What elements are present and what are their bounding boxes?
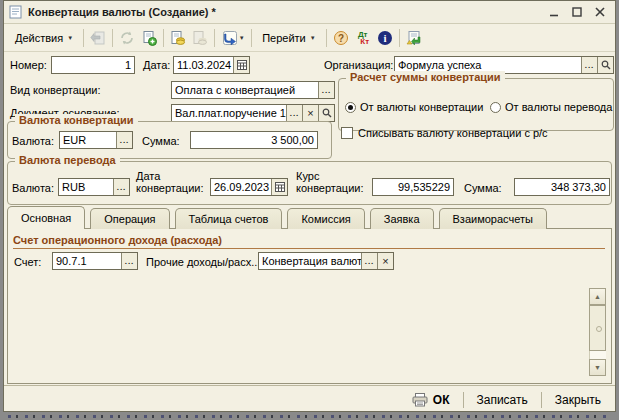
close-button[interactable] <box>593 5 607 18</box>
help-button[interactable]: ? <box>330 27 352 48</box>
magnifier-icon <box>322 108 332 118</box>
other-income-field[interactable]: Конвертация валюты ... × <box>258 252 394 270</box>
conversion-amount-field[interactable]: 3 500,00 <box>190 131 318 149</box>
post-document-icon <box>170 30 186 46</box>
help-icon: ? <box>333 30 349 46</box>
checkbox-unchecked-icon <box>341 127 353 139</box>
go-button[interactable]: Перейти ▼ <box>255 27 323 48</box>
tab-main[interactable]: Основная <box>7 206 85 229</box>
unpost-document-button[interactable] <box>189 27 211 48</box>
tab-accounts-table[interactable]: Таблица счетов <box>175 208 283 229</box>
post-document-button[interactable] <box>167 27 189 48</box>
transfer-currency-label: Валюта: <box>12 182 54 194</box>
transfer-amount-value: 348 373,30 <box>515 179 609 195</box>
close-window-button[interactable]: Закрыть <box>551 391 605 409</box>
scroll-up-icon: ▲ <box>594 293 601 300</box>
caret-down-icon: ▼ <box>310 35 316 41</box>
base-document-select-button[interactable]: ... <box>286 105 302 121</box>
desktop-background: Конвертация валюты (Создание) * Действия… <box>0 0 619 420</box>
conversion-rate-value: 99,535229 <box>373 179 453 195</box>
info-icon: i <box>377 30 393 46</box>
print-ok-button[interactable]: ОК <box>408 391 454 409</box>
tab-settlements[interactable]: Взаиморасчеты <box>439 208 547 229</box>
close-button-label: Закрыть <box>555 393 601 407</box>
toolbar: Действия ▼ <box>4 24 615 52</box>
save-button[interactable]: Записать <box>473 391 532 409</box>
reread-icon <box>90 30 106 46</box>
conversion-currency-field[interactable]: EUR ... <box>59 131 133 149</box>
radio-from-conversion-currency[interactable]: От валюты конвертации <box>345 101 483 113</box>
date-label: Дата: <box>143 59 170 71</box>
toolbar-separator <box>112 29 113 47</box>
writeoff-checkbox[interactable]: Списывать валюту конвертации с р/с <box>341 127 548 139</box>
minimize-button[interactable] <box>547 5 561 18</box>
conversion-kind-field[interactable]: Оплата с конвертацией ... <box>171 81 335 99</box>
transfer-amount-field[interactable]: 348 373,30 <box>514 178 610 196</box>
caret-down-icon: ▼ <box>67 35 73 41</box>
conversion-kind-select-button[interactable]: ... <box>318 82 334 98</box>
other-income-select-button[interactable]: ... <box>361 253 377 269</box>
organization-select-button[interactable]: ... <box>581 57 597 73</box>
base-document-clear-button[interactable]: × <box>302 105 318 121</box>
footer-button-bar: ОК Записать Закрыть <box>4 385 615 413</box>
background-window-edge <box>8 415 608 418</box>
scroll-down-button[interactable]: ▼ <box>589 359 606 376</box>
related-info-icon <box>405 30 422 46</box>
conversion-currency-value: EUR <box>60 132 116 148</box>
actions-button[interactable]: Действия ▼ <box>8 27 80 48</box>
transfer-currency-field[interactable]: RUB ... <box>58 178 130 196</box>
dtkt-button[interactable]: Дт Кт <box>352 27 374 48</box>
dtkt-icon: Дт Кт <box>356 31 369 45</box>
toolbar-separator <box>163 29 164 47</box>
transfer-currency-group-title: Валюта перевода <box>15 154 120 166</box>
account-select-button[interactable]: ... <box>121 253 137 269</box>
calendar-icon <box>275 182 285 192</box>
info-button[interactable]: i <box>374 27 396 48</box>
other-income-clear-button[interactable]: × <box>377 253 393 269</box>
radio-from-conversion-label: От валюты конвертации <box>360 101 483 113</box>
date-field[interactable]: 11.03.2024 <box>173 56 250 74</box>
tab-commission[interactable]: Комиссия <box>287 208 364 229</box>
refresh-button[interactable] <box>116 27 138 48</box>
scrollbar-thumb[interactable] <box>589 305 606 351</box>
conversion-currency-select-button[interactable]: ... <box>116 132 132 148</box>
account-label: Счет: <box>14 256 41 268</box>
svg-text:?: ? <box>338 32 344 43</box>
calendar-button[interactable] <box>233 57 249 73</box>
number-field[interactable]: 1 <box>51 56 135 74</box>
account-field[interactable]: 90.7.1 ... <box>52 252 138 270</box>
copy-icon <box>141 30 157 46</box>
ok-button-label: ОК <box>433 393 450 407</box>
base-document-open-button[interactable] <box>318 105 334 121</box>
conversion-date-label: Дата конвертации: <box>136 170 208 194</box>
subordination-structure-button[interactable]: ▼ <box>218 27 248 48</box>
radio-from-transfer-currency[interactable]: От валюты перевода <box>490 101 612 113</box>
tab-operation[interactable]: Операция <box>90 208 169 229</box>
vertical-scrollbar[interactable]: ▲ ▼ <box>589 288 606 376</box>
conversion-currency-group-title: Валюта конвертации <box>15 114 138 126</box>
actions-button-label: Действия <box>15 32 63 44</box>
conversion-currency-label: Валюта: <box>12 135 54 147</box>
organization-label: Организация: <box>324 59 393 71</box>
organization-open-button[interactable] <box>597 57 613 73</box>
conversion-kind-label: Вид конвертации: <box>10 84 100 96</box>
transfer-currency-select-button[interactable]: ... <box>113 179 129 195</box>
account-value: 90.7.1 <box>53 253 121 269</box>
number-value: 1 <box>52 57 134 73</box>
tab-request[interactable]: Заявка <box>370 208 434 229</box>
toolbar-separator <box>83 29 84 47</box>
base-document-field[interactable]: Вал.плат.поручение 149 от ... × <box>171 104 335 122</box>
calendar-button[interactable] <box>271 179 287 195</box>
transfer-currency-value: RUB <box>59 179 113 195</box>
related-info-button[interactable] <box>403 27 425 48</box>
conversion-rate-field[interactable]: 99,535229 <box>372 178 454 196</box>
copy-button[interactable] <box>138 27 160 48</box>
scrollbar-track[interactable] <box>589 351 606 359</box>
conversion-date-field[interactable]: 26.09.2023 <box>210 178 288 196</box>
footer-separator <box>541 392 542 408</box>
maximize-button[interactable] <box>570 5 584 18</box>
scroll-up-button[interactable]: ▲ <box>589 288 606 305</box>
income-account-section-title: Счет операционного дохода (расхода) <box>13 234 605 249</box>
reread-button[interactable] <box>87 27 109 48</box>
transfer-currency-groupbox: Валюта перевода Валюта: RUB ... Дата кон… <box>7 161 612 205</box>
